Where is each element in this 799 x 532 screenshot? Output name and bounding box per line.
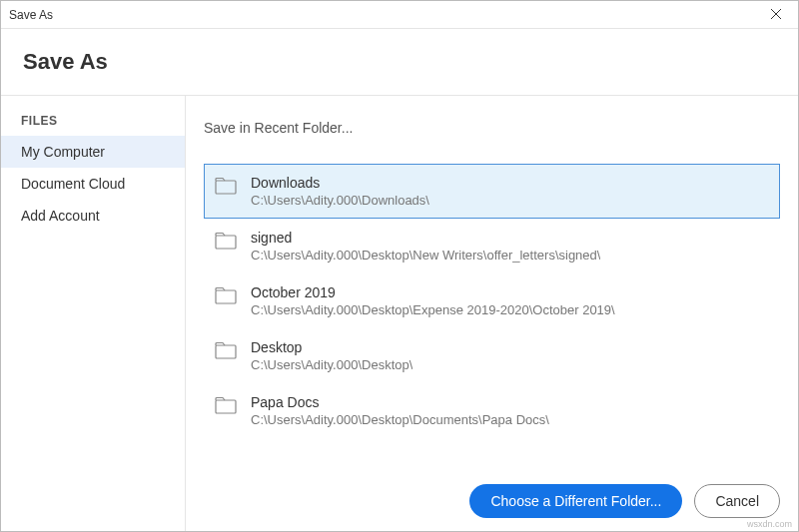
svg-rect-5 — [216, 345, 236, 358]
folder-name: October 2019 — [251, 284, 615, 300]
sidebar-item-label: My Computer — [21, 144, 105, 160]
dialog-body: FILES My Computer Document Cloud Add Acc… — [1, 95, 798, 531]
sidebar-item-label: Document Cloud — [21, 176, 125, 192]
dialog-footer: Choose a Different Folder... Cancel — [1, 471, 798, 531]
folder-path: C:\Users\Adity.000\Downloads\ — [251, 193, 429, 208]
close-icon — [771, 8, 781, 22]
sidebar-item-my-computer[interactable]: My Computer — [1, 136, 185, 168]
titlebar: Save As — [1, 1, 798, 29]
choose-different-folder-button[interactable]: Choose a Different Folder... — [469, 484, 682, 518]
folder-text: Desktop C:\Users\Adity.000\Desktop\ — [251, 339, 412, 372]
sidebar-item-document-cloud[interactable]: Document Cloud — [1, 168, 185, 200]
sidebar: FILES My Computer Document Cloud Add Acc… — [1, 96, 186, 531]
folder-item[interactable]: signed C:\Users\Adity.000\Desktop\New Wr… — [204, 219, 780, 273]
svg-rect-2 — [216, 181, 236, 194]
folder-name: signed — [251, 230, 600, 246]
cancel-button[interactable]: Cancel — [694, 484, 780, 518]
dialog-title: Save As — [23, 49, 798, 75]
svg-rect-3 — [216, 236, 236, 249]
folder-name: Downloads — [251, 175, 429, 191]
folder-item[interactable]: Downloads C:\Users\Adity.000\Downloads\ — [204, 164, 780, 219]
folder-icon — [215, 232, 237, 250]
folder-path: C:\Users\Adity.000\Desktop\Documents\Pap… — [251, 412, 549, 427]
sidebar-header: FILES — [1, 114, 185, 136]
svg-rect-4 — [216, 290, 236, 303]
save-as-dialog: Save As Save As FILES My Computer Docume… — [0, 0, 799, 532]
svg-rect-6 — [216, 400, 236, 413]
folder-text: signed C:\Users\Adity.000\Desktop\New Wr… — [251, 230, 600, 263]
folder-icon — [215, 396, 237, 414]
folder-text: October 2019 C:\Users\Adity.000\Desktop\… — [251, 284, 615, 317]
main-panel: Save in Recent Folder... Downloads C:\Us… — [186, 96, 798, 531]
folder-name: Desktop — [251, 339, 412, 355]
folder-item[interactable]: Papa Docs C:\Users\Adity.000\Desktop\Doc… — [204, 383, 780, 438]
folder-item[interactable]: October 2019 C:\Users\Adity.000\Desktop\… — [204, 273, 780, 328]
folder-path: C:\Users\Adity.000\Desktop\New Writers\o… — [251, 248, 600, 263]
folder-icon — [215, 286, 237, 304]
watermark: wsxdn.com — [747, 519, 792, 529]
close-button[interactable] — [762, 1, 790, 29]
recent-folder-list: Downloads C:\Users\Adity.000\Downloads\ … — [204, 164, 780, 438]
folder-text: Papa Docs C:\Users\Adity.000\Desktop\Doc… — [251, 394, 549, 427]
section-title: Save in Recent Folder... — [204, 120, 780, 136]
folder-icon — [215, 177, 237, 195]
folder-text: Downloads C:\Users\Adity.000\Downloads\ — [251, 175, 429, 208]
folder-path: C:\Users\Adity.000\Desktop\Expense 2019-… — [251, 302, 615, 317]
folder-item[interactable]: Desktop C:\Users\Adity.000\Desktop\ — [204, 328, 780, 383]
folder-icon — [215, 341, 237, 359]
folder-path: C:\Users\Adity.000\Desktop\ — [251, 357, 412, 372]
sidebar-item-add-account[interactable]: Add Account — [1, 200, 185, 232]
dialog-header: Save As — [1, 29, 798, 95]
window-title: Save As — [9, 8, 53, 22]
folder-name: Papa Docs — [251, 394, 549, 410]
sidebar-item-label: Add Account — [21, 208, 100, 224]
